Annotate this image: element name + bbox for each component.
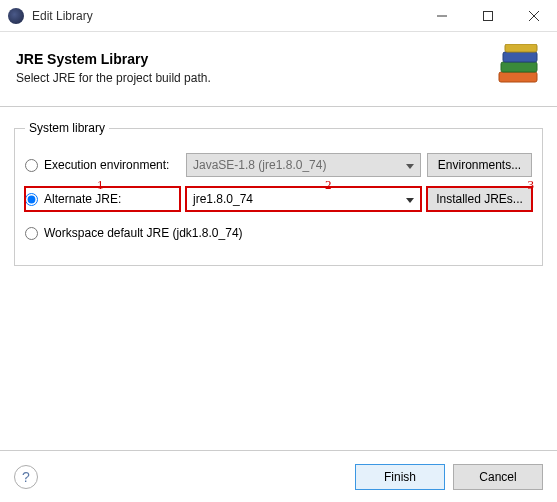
radio-alt-jre-label: Alternate JRE:: [44, 192, 121, 206]
radio-workspace-label: Workspace default JRE (jdk1.8.0_74): [44, 226, 243, 240]
exec-env-combo[interactable]: JavaSE-1.8 (jre1.8.0_74): [186, 153, 421, 177]
minimize-button[interactable]: [419, 0, 465, 32]
cancel-button[interactable]: Cancel: [453, 464, 543, 490]
system-library-group: System library Execution environment: Ja…: [14, 121, 543, 266]
installed-jres-button[interactable]: Installed JREs...: [427, 187, 532, 211]
page-title: JRE System Library: [16, 51, 211, 67]
alt-jre-combo[interactable]: jre1.8.0_74: [186, 187, 421, 211]
dialog-header: JRE System Library Select JRE for the pr…: [0, 32, 557, 107]
chevron-down-icon: [406, 192, 414, 206]
maximize-button[interactable]: [465, 0, 511, 32]
window-titlebar: Edit Library: [0, 0, 557, 32]
svg-rect-4: [499, 72, 537, 82]
radio-workspace-default[interactable]: Workspace default JRE (jdk1.8.0_74): [25, 226, 243, 240]
chevron-down-icon: [406, 158, 414, 172]
group-legend: System library: [25, 121, 109, 135]
radio-alt-jre-input[interactable]: [25, 193, 38, 206]
eclipse-icon: [8, 8, 24, 24]
svg-rect-5: [501, 62, 537, 72]
radio-alternate-jre[interactable]: Alternate JRE:: [25, 187, 180, 211]
radio-execution-environment[interactable]: Execution environment:: [25, 158, 180, 172]
close-button[interactable]: [511, 0, 557, 32]
radio-exec-env-input[interactable]: [25, 159, 38, 172]
library-books-icon: [493, 44, 541, 92]
dialog-footer: ? Finish Cancel: [0, 450, 557, 502]
alt-jre-value: jre1.8.0_74: [193, 192, 253, 206]
svg-rect-7: [505, 44, 537, 52]
environments-button[interactable]: Environments...: [427, 153, 532, 177]
radio-workspace-input[interactable]: [25, 227, 38, 240]
window-title: Edit Library: [32, 9, 419, 23]
radio-exec-env-label: Execution environment:: [44, 158, 169, 172]
svg-rect-1: [484, 12, 493, 21]
finish-button[interactable]: Finish: [355, 464, 445, 490]
svg-rect-6: [503, 52, 537, 62]
help-button[interactable]: ?: [14, 465, 38, 489]
page-subtitle: Select JRE for the project build path.: [16, 71, 211, 85]
help-icon: ?: [22, 469, 30, 485]
exec-env-value: JavaSE-1.8 (jre1.8.0_74): [193, 158, 326, 172]
